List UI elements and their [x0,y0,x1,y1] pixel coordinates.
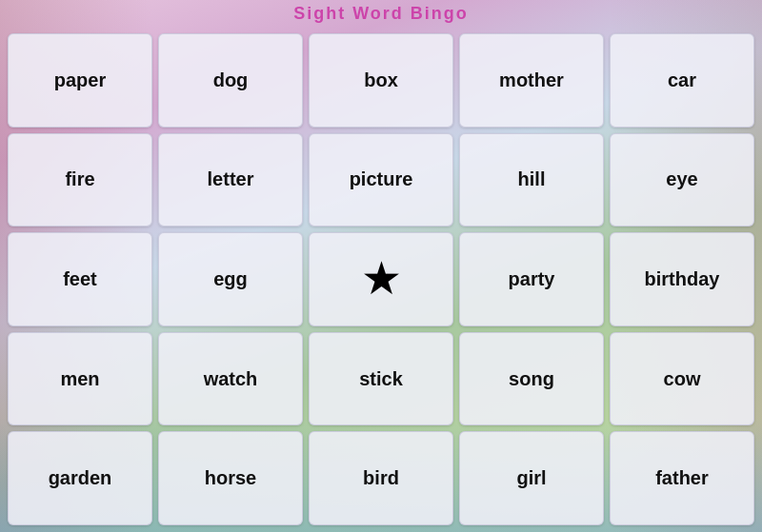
bingo-card-r2c1[interactable]: egg [158,232,303,326]
bingo-card-r1c4[interactable]: eye [610,133,754,227]
card-word: dog [213,69,249,91]
card-word: party [509,268,555,290]
card-word: mother [499,69,564,91]
card-word: car [668,69,696,91]
card-word: song [509,368,554,390]
bingo-card-r3c2[interactable]: stick [309,332,453,426]
card-word: father [655,467,709,489]
bingo-card-r3c3[interactable]: song [459,332,604,426]
card-word: paper [54,69,106,91]
card-word: horse [205,467,256,489]
card-word: stick [359,368,403,390]
bingo-card-r0c0[interactable]: paper [8,33,152,128]
bingo-card-r4c1[interactable]: horse [158,431,303,525]
card-word: egg [213,268,248,290]
bingo-card-r0c2[interactable]: box [309,33,453,128]
card-word: eye [666,168,697,190]
bingo-card-r2c2[interactable]: ★ [309,232,453,326]
bingo-card-r3c0[interactable]: men [8,332,152,426]
card-word: hill [518,168,546,190]
bingo-card-r4c2[interactable]: bird [309,431,453,525]
card-word: letter [208,168,254,190]
card-word: garden [49,467,112,489]
bingo-card-r4c3[interactable]: girl [459,431,604,525]
card-word: girl [516,467,546,489]
bingo-card-r1c1[interactable]: letter [158,133,303,227]
page-title: Sight Word Bingo [0,0,762,28]
card-word: men [60,368,99,390]
card-word: cow [664,368,701,390]
bingo-card-r3c4[interactable]: cow [610,332,754,426]
bingo-card-r3c1[interactable]: watch [158,332,303,426]
card-word: birthday [645,268,720,290]
bingo-card-r1c3[interactable]: hill [459,133,604,227]
bingo-card-r4c0[interactable]: garden [8,431,152,525]
bingo-card-r0c1[interactable]: dog [158,33,303,128]
bingo-card-r4c4[interactable]: father [610,431,754,525]
bingo-card-r0c3[interactable]: mother [459,33,604,128]
star-icon: ★ [361,256,402,302]
card-word: box [364,69,398,91]
bingo-card-r2c0[interactable]: feet [8,232,152,326]
card-word: fire [65,168,94,190]
bingo-grid: paperdogboxmothercarfireletterpicturehil… [0,28,762,532]
bingo-card-r1c2[interactable]: picture [309,133,453,227]
card-word: bird [363,467,399,489]
card-word: watch [204,368,258,390]
bingo-card-r1c0[interactable]: fire [8,133,152,227]
bingo-card-r2c4[interactable]: birthday [610,232,754,326]
bingo-card-r0c4[interactable]: car [610,33,754,128]
card-word: picture [350,168,413,190]
card-word: feet [63,268,97,290]
bingo-card-r2c3[interactable]: party [459,232,604,326]
